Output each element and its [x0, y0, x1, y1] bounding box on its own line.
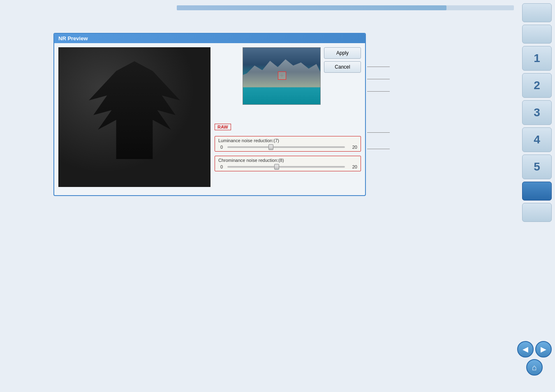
luminance-min: 0 — [218, 145, 225, 150]
chrominance-slider-row: 0 20 — [218, 164, 357, 169]
spacer-2 — [215, 115, 361, 121]
raw-badge: RAW — [215, 124, 231, 130]
chrominance-thumb[interactable] — [274, 164, 279, 170]
thumbnail-crosshair[interactable]: + — [278, 71, 286, 80]
nav-prev-icon: ◀ — [523, 345, 528, 354]
sidebar-btn-3-label: 3 — [534, 106, 540, 119]
connector-line-3 — [367, 91, 390, 92]
luminance-track[interactable] — [227, 146, 345, 148]
nav-row-home: ⌂ — [526, 359, 543, 376]
sidebar-btn-active[interactable] — [522, 182, 552, 201]
luminance-thumb[interactable] — [268, 144, 273, 150]
nav-next-icon: ▶ — [541, 345, 546, 354]
chrominance-slider-control: Chrominance noise reduction:(8) 0 20 — [215, 156, 361, 171]
sidebar-btn-4-label: 4 — [534, 133, 540, 146]
nav-prev-button[interactable]: ◀ — [517, 341, 534, 357]
luminance-slider-control: Luminance noise reduction:(7) 0 20 — [215, 136, 361, 152]
water-reflection — [243, 88, 320, 104]
spacer-1 — [215, 107, 361, 113]
connector-line-2 — [367, 79, 390, 79]
chrominance-track[interactable] — [227, 166, 345, 168]
dialog-title-bar: NR Preview — [54, 34, 365, 43]
sidebar-btn-5[interactable]: 5 — [522, 154, 552, 179]
right-panel: + Apply Cancel RAW Luminance noise reduc… — [215, 47, 361, 191]
luminance-slider-row: 0 20 — [218, 145, 357, 150]
nr-preview-dialog: NR Preview + — [53, 33, 366, 196]
tree-silhouette — [89, 61, 180, 159]
sidebar-btn-5-label: 5 — [534, 160, 540, 173]
nav-next-button[interactable]: ▶ — [535, 341, 552, 357]
sidebar-btn-2-label: 2 — [534, 79, 540, 92]
sidebar-btn-2[interactable]: 2 — [522, 73, 552, 98]
nav-row-arrows: ◀ ▶ — [517, 341, 552, 357]
luminance-label: Luminance noise reduction:(7) — [218, 138, 357, 143]
connector-line-4 — [367, 132, 390, 133]
sidebar-btn-top[interactable] — [522, 3, 552, 22]
chrominance-min: 0 — [218, 164, 225, 169]
dark-overlay — [58, 47, 210, 187]
dialog-title: NR Preview — [58, 35, 88, 42]
chrominance-max: 20 — [347, 164, 357, 169]
dialog-body: + Apply Cancel RAW Luminance noise reduc… — [54, 43, 365, 195]
sidebar-btn-second[interactable] — [522, 25, 552, 44]
luminance-max: 20 — [347, 145, 357, 150]
sidebar-btn-4[interactable]: 4 — [522, 127, 552, 152]
nav-buttons: ◀ ▶ ⌂ — [517, 341, 552, 376]
connector-line-1 — [367, 67, 390, 67]
sidebar-btn-3[interactable]: 3 — [522, 100, 552, 125]
action-buttons: Apply Cancel — [324, 47, 361, 73]
sidebar-btn-1-label: 1 — [534, 52, 540, 65]
color-thumbnail: + — [243, 47, 321, 105]
apply-button[interactable]: Apply — [324, 47, 361, 59]
main-content: NR Preview + — [0, 0, 519, 392]
connector-line-5 — [367, 149, 390, 149]
left-preview-image — [58, 47, 210, 187]
chrominance-label: Chrominance noise reduction:(8) — [218, 158, 357, 163]
connector-lines — [365, 58, 390, 182]
sidebar-btn-1[interactable]: 1 — [522, 46, 552, 71]
cancel-button[interactable]: Cancel — [324, 61, 361, 73]
nav-home-button[interactable]: ⌂ — [526, 359, 543, 376]
top-controls: + Apply Cancel — [215, 47, 361, 105]
nav-home-icon: ⌂ — [532, 363, 537, 372]
sidebar: 1 2 3 4 5 ◀ ▶ ⌂ — [519, 0, 555, 392]
sidebar-btn-last[interactable] — [522, 203, 552, 222]
